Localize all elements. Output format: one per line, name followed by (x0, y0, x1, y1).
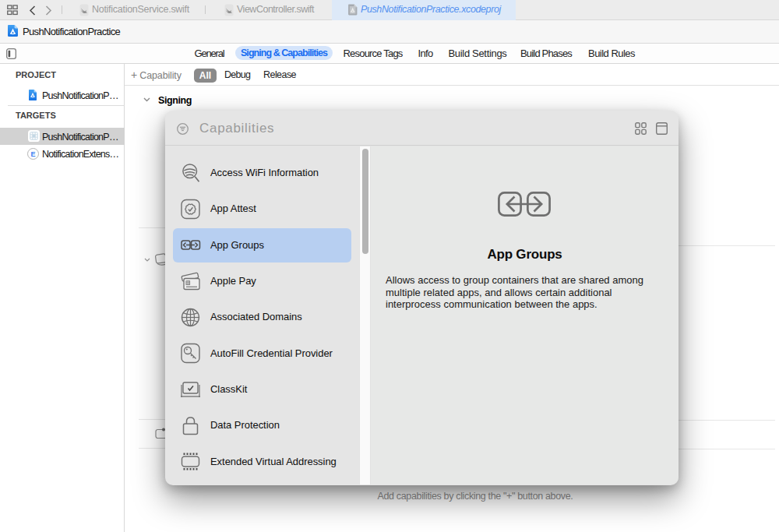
svg-text:E: E (30, 150, 35, 158)
